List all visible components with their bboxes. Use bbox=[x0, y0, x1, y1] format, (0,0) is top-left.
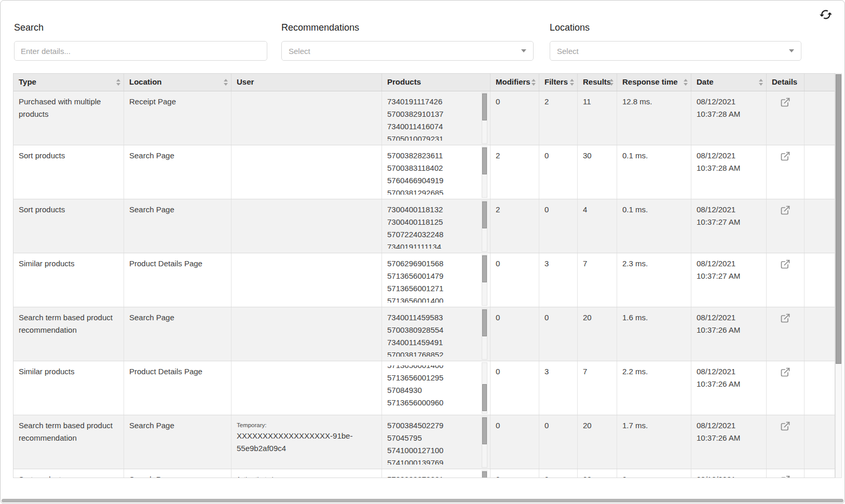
product-id: 7340011459491 bbox=[387, 336, 474, 349]
recommendations-filter-group: Recommendations Select bbox=[281, 22, 534, 61]
results-cell: 4 bbox=[577, 199, 617, 253]
products-list: 5700384502279570457955741000127100574100… bbox=[387, 419, 474, 465]
products-scrollbar[interactable] bbox=[482, 254, 487, 306]
column-label: Type bbox=[19, 77, 36, 86]
type-cell: Similar products bbox=[13, 253, 124, 307]
type-cell: Sort products bbox=[13, 469, 124, 478]
date-cell: 08/12/2021 10:37:28 AM bbox=[691, 145, 766, 199]
external-link-icon[interactable] bbox=[780, 421, 791, 431]
column-header[interactable]: Response time bbox=[617, 74, 691, 91]
date-value: 08/12/2021 bbox=[697, 203, 761, 216]
table-row: Similar products Product Details Page 57… bbox=[13, 253, 835, 307]
log-table: Type Location User Products Modifiers Fi… bbox=[13, 73, 835, 478]
column-header[interactable]: Filters bbox=[539, 74, 577, 91]
sort-icon[interactable] bbox=[684, 79, 688, 86]
modifiers-cell: 2 bbox=[490, 199, 539, 253]
products-scrollbar[interactable] bbox=[482, 200, 487, 252]
products-scrollbar-thumb[interactable] bbox=[482, 384, 487, 411]
external-link-icon[interactable] bbox=[780, 205, 791, 215]
column-label: Response time bbox=[622, 77, 678, 86]
external-link-icon[interactable] bbox=[780, 151, 791, 161]
type-cell: Purchased with multiple products bbox=[13, 91, 124, 145]
horizontal-scrollbar[interactable] bbox=[2, 499, 843, 502]
sort-icon[interactable] bbox=[531, 79, 536, 86]
user-cell bbox=[231, 91, 381, 145]
product-id: 7340011416074 bbox=[387, 120, 474, 133]
product-id: 5713656001479 bbox=[387, 270, 474, 282]
details-cell bbox=[766, 145, 804, 199]
external-link-icon[interactable] bbox=[780, 313, 791, 323]
external-link-icon[interactable] bbox=[780, 475, 791, 478]
column-header[interactable]: Modifiers bbox=[490, 74, 539, 91]
refresh-button[interactable] bbox=[819, 8, 833, 23]
products-cell: 7340191117426570038291013773400114160745… bbox=[381, 91, 490, 145]
column-header[interactable]: Products bbox=[381, 74, 490, 91]
details-cell bbox=[766, 415, 804, 469]
type-cell: Sort products bbox=[13, 145, 124, 199]
locations-label: Locations bbox=[550, 22, 801, 33]
products-list: 7300400118132730040011812557072240322487… bbox=[387, 203, 474, 249]
external-link-icon[interactable] bbox=[780, 97, 791, 107]
date-value: 08/12/2021 bbox=[697, 96, 761, 108]
column-label: Location bbox=[129, 77, 162, 86]
modifiers-cell: 0 bbox=[490, 361, 539, 415]
products-scrollbar-thumb[interactable] bbox=[482, 471, 487, 478]
column-header[interactable]: Location bbox=[124, 74, 231, 91]
recommendations-select[interactable]: Select bbox=[281, 41, 534, 61]
sort-icon[interactable] bbox=[759, 79, 763, 86]
product-id: 5741000139769 bbox=[387, 457, 474, 465]
user-cell: Temporary: XXXXXXXXXXXXXXXXXX-91be-55e9b… bbox=[231, 415, 381, 469]
search-input[interactable] bbox=[14, 41, 267, 61]
products-scrollbar[interactable] bbox=[482, 146, 487, 198]
column-header[interactable]: Type bbox=[13, 74, 124, 91]
product-id: 5760466904919 bbox=[387, 174, 474, 187]
products-scrollbar[interactable] bbox=[482, 362, 487, 414]
products-cell: 5700384502279570457955741000127100574100… bbox=[381, 415, 490, 469]
products-scrollbar[interactable] bbox=[482, 308, 487, 360]
products-scrollbar-thumb[interactable] bbox=[482, 309, 487, 336]
products-scrollbar[interactable] bbox=[482, 470, 487, 478]
products-scrollbar-thumb[interactable] bbox=[482, 147, 487, 174]
modifiers-cell: 2 bbox=[490, 469, 539, 478]
products-list: 5706296901568571365600147957136560012715… bbox=[387, 257, 474, 303]
column-header[interactable]: Date bbox=[691, 74, 766, 91]
products-scrollbar-thumb[interactable] bbox=[482, 93, 487, 120]
date-value: 08/12/2021 bbox=[697, 473, 761, 478]
column-header[interactable]: Details bbox=[766, 74, 804, 91]
response-time-cell: 0.1 ms. bbox=[617, 199, 691, 253]
products-scrollbar-thumb[interactable] bbox=[482, 255, 487, 282]
sort-icon[interactable] bbox=[570, 79, 574, 86]
table-vertical-scrollbar[interactable] bbox=[835, 73, 842, 478]
date-cell: 08/12/2021 10:37:27 AM bbox=[691, 253, 766, 307]
product-id: 5741000127100 bbox=[387, 444, 474, 457]
products-scrollbar-thumb[interactable] bbox=[482, 417, 487, 444]
products-scrollbar[interactable] bbox=[482, 416, 487, 468]
products-scrollbar[interactable] bbox=[482, 92, 487, 144]
user-info: Temporary: XXXXXXXXXXXXXXXXXX-91be-55e9b… bbox=[237, 419, 376, 455]
table-header-row: Type Location User Products Modifiers Fi… bbox=[13, 74, 835, 91]
products-list: 7340011459583570038092855473400114594915… bbox=[387, 311, 474, 357]
external-link-icon[interactable] bbox=[780, 367, 791, 377]
sort-icon[interactable] bbox=[116, 79, 120, 86]
table-row: Sort products Search Page 73004001181327… bbox=[13, 199, 835, 253]
sort-icon[interactable] bbox=[224, 79, 228, 86]
time-value: 10:37:28 AM bbox=[697, 162, 761, 174]
sort-icon[interactable] bbox=[609, 79, 614, 86]
products-viewport: 7340011459583570038092855473400114594915… bbox=[387, 311, 474, 357]
table-row: Similar products Product Details Page 57… bbox=[13, 361, 835, 415]
column-header[interactable]: User bbox=[231, 74, 381, 91]
locations-select[interactable]: Select bbox=[550, 41, 801, 61]
user-cell bbox=[231, 199, 381, 253]
header-filler-cell bbox=[804, 74, 835, 91]
vertical-scrollbar-thumb[interactable] bbox=[836, 74, 841, 364]
table-row: Search term based product recommendation… bbox=[13, 415, 835, 469]
products-scrollbar-thumb[interactable] bbox=[482, 201, 487, 228]
date-cell: 08/12/2021 10:37:26 AM bbox=[691, 307, 766, 361]
filters-cell: 0 bbox=[539, 145, 577, 199]
row-filler-cell bbox=[804, 307, 835, 361]
results-cell: 20 bbox=[577, 415, 617, 469]
details-cell bbox=[766, 361, 804, 415]
external-link-icon[interactable] bbox=[780, 259, 791, 269]
products-list: 570038387806184305430004277340011403306 bbox=[387, 473, 474, 478]
column-header[interactable]: Results bbox=[577, 74, 617, 91]
